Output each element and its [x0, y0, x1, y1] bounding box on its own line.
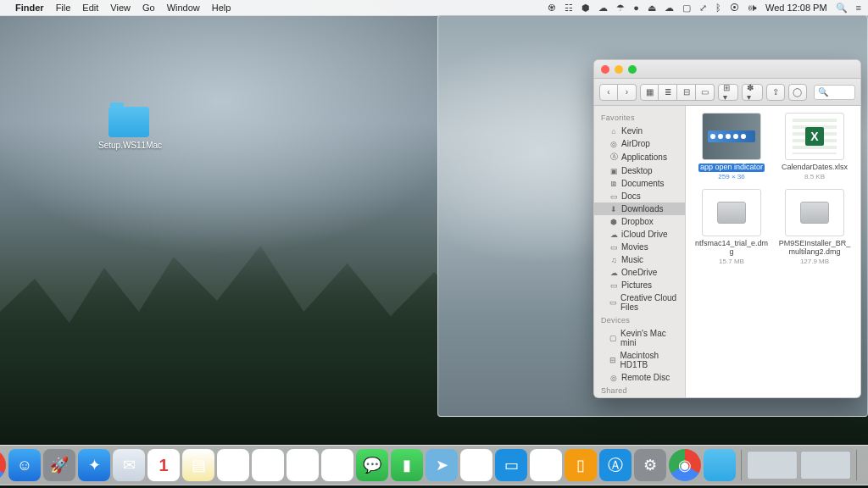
file-item[interactable]: XCalendarDates.xlsx8.5 KB	[776, 113, 854, 180]
sidebar-item-music[interactable]: ♫Music	[594, 253, 685, 266]
sidebar-item-label: Music	[621, 255, 643, 264]
dock-app-launchpad[interactable]: 🚀	[43, 449, 75, 481]
calendar-menu-icon[interactable]: ☷	[565, 3, 573, 14]
dock-app-itunes[interactable]: ♪	[530, 449, 562, 481]
sidebar-item-label: Applications	[621, 152, 667, 162]
tags-button[interactable]: ◯	[788, 84, 807, 101]
dock-separator	[741, 450, 742, 480]
finder-content[interactable]: app open indicator259 × 36XCalendarDates…	[686, 106, 860, 397]
spotlight-icon[interactable]: 🔍	[836, 3, 848, 14]
sidebar-item-icon: ⌂	[609, 127, 618, 136]
dock-app-facetime[interactable]: ▮	[391, 449, 423, 481]
dock-app-mail[interactable]: ✉	[113, 449, 145, 481]
dock-app-notes[interactable]: ▤	[182, 449, 214, 481]
sidebar-item-documents[interactable]: 🗎Documents	[594, 177, 685, 190]
volume-icon[interactable]: 🕪	[748, 3, 757, 13]
dock-app-reminders[interactable]: ☑	[217, 449, 249, 481]
nav-buttons: ‹ ›	[599, 84, 637, 101]
dock-trash[interactable]: 🗑	[862, 449, 868, 481]
sidebar-item-applications[interactable]: ⒶApplications	[594, 150, 685, 164]
sidebar-item-icon: 🗎	[609, 180, 618, 188]
folder-icon	[108, 107, 149, 137]
menu-help[interactable]: Help	[212, 3, 231, 13]
bluetooth-icon[interactable]: ᛒ	[715, 3, 721, 13]
dock-app-maps[interactable]: ➤	[426, 449, 458, 481]
dot-icon[interactable]: ●	[633, 3, 639, 13]
sidebar-item-dropbox[interactable]: ⬢Dropbox	[594, 215, 685, 228]
dock-app-safari[interactable]: ✦	[78, 449, 110, 481]
sidebar-item-icon: ▭	[609, 243, 618, 252]
menu-edit[interactable]: Edit	[82, 3, 98, 13]
wifi-icon[interactable]: ⦿	[730, 3, 739, 13]
share-button[interactable]: ⇪	[766, 84, 785, 101]
column-view-button[interactable]: ⊟	[677, 84, 696, 101]
dock-app-messages[interactable]: 💬	[356, 449, 388, 481]
back-button[interactable]: ‹	[599, 84, 618, 101]
dropbox-icon[interactable]: ⬢	[581, 3, 590, 14]
sync-icon[interactable]: ♼	[548, 3, 556, 14]
cloud-icon[interactable]: ☁	[598, 3, 608, 14]
sidebar-item-pictures[interactable]: ▭Pictures	[594, 279, 685, 291]
sidebar-item-downloads[interactable]: ⬇Downloads	[594, 202, 685, 215]
dock-separator	[856, 450, 857, 480]
eject-icon[interactable]: ⏏	[648, 3, 656, 14]
menu-window[interactable]: Window	[167, 3, 200, 13]
desktop-folder-setup[interactable]: Setup.WS11Mac	[98, 107, 159, 150]
coverflow-view-button[interactable]: ▭	[696, 84, 715, 101]
file-item[interactable]: ntfsmac14_trial_e.dmg15.7 MB	[693, 189, 771, 265]
menu-clock[interactable]: Wed 12:08 PM	[765, 3, 827, 13]
file-meta: 15.7 MB	[719, 258, 744, 265]
forward-button[interactable]: ›	[618, 84, 637, 101]
menu-go[interactable]: Go	[142, 3, 155, 13]
tv-icon[interactable]: ▢	[682, 3, 691, 14]
sidebar-item-movies[interactable]: ▭Movies	[594, 241, 685, 253]
notification-center-icon[interactable]: ≡	[856, 3, 861, 13]
dock-app-photos[interactable]: ✿	[321, 449, 353, 481]
dock-app-preview[interactable]: 🖼	[287, 449, 319, 481]
sidebar-item-remote-disc[interactable]: ◎Remote Disc	[594, 371, 685, 384]
sidebar-item-label: Kevin's Mac mini	[620, 329, 678, 347]
dock-app-calendar[interactable]: 1	[147, 449, 180, 481]
sidebar-item-desktop[interactable]: ▣Desktop	[594, 164, 685, 177]
umbrella-icon[interactable]: ☂	[616, 3, 625, 14]
dock-app-finder[interactable]: ☺	[8, 449, 41, 481]
dock-app-ibooks[interactable]: ▯	[565, 449, 597, 481]
app-menu[interactable]: Finder	[15, 3, 44, 13]
minimize-button[interactable]	[615, 65, 623, 74]
menu-file[interactable]: File	[56, 3, 71, 13]
dock-app-textedit[interactable]: ✎	[252, 449, 284, 481]
zoom-button[interactable]	[628, 65, 637, 74]
file-name: CalendarDates.xlsx	[782, 164, 848, 172]
dock-app-numbers[interactable]: ▮	[460, 449, 492, 481]
action-button[interactable]: ✽ ▾	[742, 84, 762, 101]
dock-app-keynote[interactable]: ▭	[495, 449, 527, 481]
arrange-button[interactable]: ⊞ ▾	[718, 84, 738, 101]
dock-minimized-finder-window[interactable]	[800, 451, 851, 480]
dock-minimized-preview-window[interactable]	[747, 451, 798, 480]
sidebar-item-onedrive[interactable]: ☁OneDrive	[594, 266, 685, 279]
icon-view-button[interactable]: ▦	[640, 84, 659, 101]
file-item[interactable]: app open indicator259 × 36	[693, 113, 771, 180]
sidebar-item-icloud-drive[interactable]: ☁iCloud Drive	[594, 228, 685, 241]
sidebar-item-kevin-s-mac-mini[interactable]: ▢Kevin's Mac mini	[594, 327, 685, 349]
finder-titlebar[interactable]	[594, 60, 860, 79]
file-meta: 259 × 36	[718, 173, 744, 180]
dock-app-sysprefs[interactable]: ⚙	[634, 449, 666, 481]
dock-app-appstore[interactable]: Ⓐ	[599, 449, 632, 481]
file-item[interactable]: PM9SEInstaller_BR_multilang2.dmg127.9 MB	[776, 189, 854, 265]
dock-app-chrome2[interactable]: ◉	[669, 449, 701, 481]
menu-view[interactable]: View	[110, 3, 131, 13]
close-button[interactable]	[601, 65, 609, 74]
sidebar-item-creative-cloud-files[interactable]: ▭Creative Cloud Files	[594, 291, 685, 313]
dock-app-folder[interactable]	[704, 449, 736, 481]
creative-cloud-icon[interactable]: ☁	[665, 3, 674, 14]
sidebar-item-macintosh-hd1tb[interactable]: ⊟Macintosh HD1TB	[594, 349, 685, 371]
finder-search-input[interactable]: 🔍	[814, 85, 855, 100]
dock-app-chrome[interactable]: ◉	[0, 449, 6, 481]
finder-window[interactable]: ‹ › ▦ ≣ ⊟ ▭ ⊞ ▾ ✽ ▾ ⇪ ◯ 🔍 Favorites ⌂Kev…	[593, 59, 861, 398]
expand-icon[interactable]: ⤢	[699, 3, 707, 14]
sidebar-item-airdrop[interactable]: ◎AirDrop	[594, 137, 685, 150]
sidebar-item-kevin[interactable]: ⌂Kevin	[594, 125, 685, 137]
sidebar-item-docs[interactable]: ▭Docs	[594, 190, 685, 202]
list-view-button[interactable]: ≣	[659, 84, 677, 101]
